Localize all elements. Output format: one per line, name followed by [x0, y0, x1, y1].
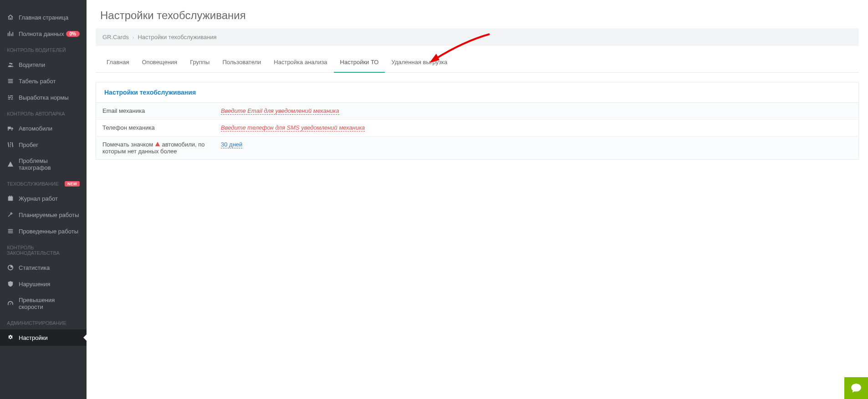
road-icon [7, 141, 14, 148]
warning-triangle-icon [155, 141, 160, 148]
settings-row-mark-stale: Помечать значком автомобили, по которым … [96, 136, 858, 160]
sidebar-item-label: Нарушения [19, 281, 80, 288]
row-label: Телефон механика [96, 120, 214, 136]
sidebar-item-planned-work[interactable]: Планируемые работы [0, 207, 87, 223]
sidebar-item-label: Настройки [19, 334, 80, 341]
settings-table: Email механика Введите Email для уведомл… [96, 103, 858, 159]
section-label: КОНТРОЛЬ АВТОПАРКА [7, 111, 65, 116]
settings-panel: Настройки техобслуживания Email механика… [96, 82, 859, 160]
sidebar-item-label: Водители [19, 61, 80, 68]
users-icon [7, 61, 14, 68]
sidebar-item-label: Автомобили [19, 125, 80, 132]
section-label: КОНТРОЛЬ ВОДИТЕЛЕЙ [7, 47, 66, 53]
sidebar-section-admin: АДМИНИСТРИРОВАНИЕ [0, 315, 87, 329]
list-check-icon [7, 227, 14, 235]
sidebar-item-home[interactable]: Главная страница [0, 9, 87, 25]
sidebar-item-done-work[interactable]: Проведенные работы [0, 223, 87, 239]
sidebar-item-completeness[interactable]: Полнота данных 0% [0, 25, 87, 42]
truck-icon [7, 125, 14, 132]
breadcrumb-current: Настройки техобслуживания [138, 34, 216, 40]
sidebar-item-label: Статистика [19, 264, 80, 271]
home-icon [7, 14, 14, 21]
page-title: Настройки техобслуживания [96, 9, 859, 28]
tab-groups[interactable]: Группы [184, 52, 216, 73]
sidebar-item-settings[interactable]: Настройки [0, 329, 87, 346]
pie-chart-icon [7, 264, 14, 271]
calendar-icon [7, 195, 14, 202]
row-label: Помечать значком автомобили, по которым … [96, 136, 214, 160]
gauge-icon [7, 300, 14, 307]
sidebar-item-norms[interactable]: Выработка нормы [0, 89, 87, 106]
sidebar-section-drivers-control: КОНТРОЛЬ ВОДИТЕЛЕЙ [0, 42, 87, 56]
section-label: АДМИНИСТРИРОВАНИЕ [7, 320, 66, 326]
sidebar: Главная страница Полнота данных 0% КОНТР… [0, 0, 87, 399]
sidebar-item-tachograph-issues[interactable]: Проблемы тахографов [0, 153, 87, 176]
chat-fab-button[interactable] [844, 377, 868, 399]
sidebar-item-label: Табель работ [19, 78, 80, 85]
shield-icon [7, 280, 14, 288]
sidebar-item-label: Пробег [19, 141, 80, 148]
sidebar-section-fleet-control: КОНТРОЛЬ АВТОПАРКА [0, 106, 87, 120]
email-edit-link[interactable]: Введите Email для уведомлений механика [221, 107, 339, 115]
days-edit-link[interactable]: 30 дней [221, 141, 242, 148]
breadcrumb: GR.Cards › Настройки техобслуживания [96, 28, 859, 46]
sidebar-item-label: Полнота данных [19, 30, 66, 37]
sidebar-section-legal-control: КОНТРОЛЬ ЗАКОНОДАТЕЛЬСТВА [0, 239, 87, 259]
section-label: КОНТРОЛЬ ЗАКОНОДАТЕЛЬСТВА [7, 245, 80, 256]
sidebar-item-label: Превышения скорости [19, 297, 80, 310]
sidebar-section-maintenance: ТЕХОБСЛУЖИВАНИЕ NEW [0, 176, 87, 190]
tabs: Главная Оповещения Группы Пользователи Н… [96, 52, 859, 73]
sidebar-item-timesheet[interactable]: Табель работ [0, 73, 87, 89]
label-pre: Помечать значком [102, 141, 153, 148]
chevron-right-icon: › [133, 35, 134, 40]
bar-chart-icon [7, 30, 14, 37]
tab-remote-export[interactable]: Удаленная выгрузка [385, 52, 454, 73]
sidebar-item-work-journal[interactable]: Журнал работ [0, 190, 87, 207]
chat-icon [850, 382, 862, 394]
sidebar-item-label: Проведенные работы [19, 228, 80, 235]
sidebar-item-mileage[interactable]: Пробег [0, 136, 87, 153]
tab-users[interactable]: Пользователи [216, 52, 267, 73]
phone-edit-link[interactable]: Введите телефон для SMS уведомлений меха… [221, 124, 365, 131]
sliders-icon [7, 94, 14, 101]
warning-icon [7, 161, 14, 168]
breadcrumb-root[interactable]: GR.Cards [102, 34, 129, 40]
tab-analysis[interactable]: Настройка анализа [267, 52, 333, 73]
wrench-icon [7, 211, 14, 218]
sidebar-item-statistics[interactable]: Статистика [0, 259, 87, 276]
tab-to-settings[interactable]: Настройки ТО [334, 52, 385, 73]
sidebar-item-label: Планируемые работы [19, 212, 80, 218]
sidebar-item-speeding[interactable]: Превышения скорости [0, 292, 87, 315]
row-label: Email механика [96, 103, 214, 120]
sidebar-item-label: Проблемы тахографов [19, 157, 80, 171]
badge-new: NEW [65, 181, 80, 187]
list-icon [7, 77, 14, 85]
sidebar-item-violations[interactable]: Нарушения [0, 276, 87, 292]
sidebar-item-vehicles[interactable]: Автомобили [0, 120, 87, 136]
sidebar-item-drivers[interactable]: Водители [0, 56, 87, 73]
tab-main[interactable]: Главная [100, 52, 135, 73]
sidebar-item-label: Журнал работ [19, 195, 80, 202]
sidebar-item-label: Выработка нормы [19, 94, 80, 101]
gears-icon [7, 334, 14, 341]
badge-percent: 0% [66, 31, 80, 37]
section-label: ТЕХОБСЛУЖИВАНИЕ [7, 181, 59, 187]
main-content: Настройки техобслуживания GR.Cards › Нас… [87, 0, 868, 399]
tab-alerts[interactable]: Оповещения [135, 52, 184, 73]
settings-row-email: Email механика Введите Email для уведомл… [96, 103, 858, 120]
sidebar-item-label: Главная страница [19, 14, 80, 21]
panel-title: Настройки техобслуживания [96, 82, 858, 103]
settings-row-phone: Телефон механика Введите телефон для SMS… [96, 120, 858, 136]
